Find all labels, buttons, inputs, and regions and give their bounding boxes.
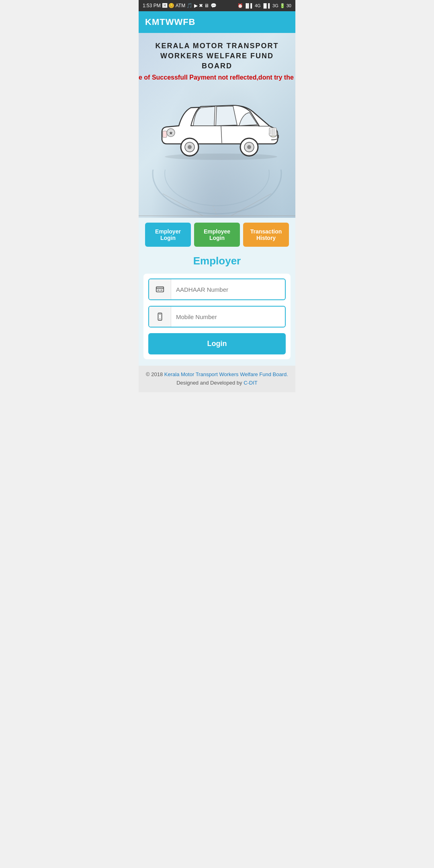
footer-cdit-link[interactable]: C-DIT bbox=[244, 380, 258, 386]
svg-rect-13 bbox=[163, 131, 167, 137]
status-left: 1:53 PM 🅼 😊 ATM 🎵 ▶ ✖ 🖥 💬 bbox=[143, 3, 217, 8]
network-type-2: 3G bbox=[272, 3, 278, 8]
form-area: Employer bbox=[139, 247, 295, 366]
mobile-input-row bbox=[148, 306, 286, 328]
form-card: Login bbox=[143, 274, 291, 359]
status-bar: 1:53 PM 🅼 😊 ATM 🎵 ▶ ✖ 🖥 💬 ⏰ ▐▌▌ 4G ▐▌▌ 3… bbox=[139, 0, 295, 11]
battery-icon: 🔋 bbox=[280, 3, 285, 8]
network-type: 4G bbox=[255, 3, 261, 8]
footer-copyright: © 2018 bbox=[146, 371, 163, 377]
transaction-history-tab[interactable]: Transaction History bbox=[243, 223, 289, 247]
mobile-icon bbox=[149, 307, 171, 327]
status-right: ⏰ ▐▌▌ 4G ▐▌▌ 3G 🔋 30 bbox=[237, 3, 291, 8]
form-title: Employer bbox=[143, 247, 291, 274]
employer-login-tab[interactable]: Employer Login bbox=[145, 223, 191, 247]
battery-level: 30 bbox=[287, 3, 291, 8]
tabs-row: Employer Login Employee Login Transactio… bbox=[139, 218, 295, 247]
svg-point-22 bbox=[165, 154, 277, 160]
footer-org-link[interactable]: Kerala Motor Transport Workers Welfare F… bbox=[164, 371, 288, 377]
svg-line-3 bbox=[163, 194, 203, 216]
login-button[interactable]: Login bbox=[148, 333, 286, 354]
mobile-input[interactable] bbox=[171, 308, 285, 326]
svg-rect-26 bbox=[160, 290, 163, 291]
aadhaar-input-row bbox=[148, 278, 286, 300]
app-bar-title: KMTWWFB bbox=[145, 17, 196, 27]
org-title: KERALA MOTOR TRANSPORT WORKERS WELFARE F… bbox=[139, 33, 295, 72]
svg-rect-23 bbox=[156, 287, 164, 292]
svg-rect-16 bbox=[269, 128, 276, 136]
footer: © 2018 Kerala Motor Transport Workers We… bbox=[139, 366, 295, 392]
svg-line-4 bbox=[231, 194, 271, 216]
org-name-line1: KERALA MOTOR TRANSPORT WORKERS WELFARE F… bbox=[147, 41, 287, 72]
app-bar: KMTWWFB bbox=[139, 11, 295, 33]
status-icons: 🅼 😊 ATM 🎵 ▶ ✖ 🖥 💬 bbox=[162, 3, 217, 8]
footer-designed-text: Designed and Developed by bbox=[176, 380, 242, 386]
employee-login-tab[interactable]: Employee Login bbox=[194, 223, 240, 247]
alarm-icon: ⏰ bbox=[237, 3, 243, 8]
hero-section: KERALA MOTOR TRANSPORT WORKERS WELFARE F… bbox=[139, 33, 295, 218]
svg-point-8 bbox=[247, 145, 251, 149]
svg-point-11 bbox=[188, 145, 192, 149]
time: 1:53 PM bbox=[143, 3, 161, 8]
marquee-banner: e of Successfull Payment not reflected,d… bbox=[139, 72, 295, 84]
aadhaar-input[interactable] bbox=[171, 280, 285, 299]
svg-point-0 bbox=[153, 170, 281, 214]
aadhaar-icon bbox=[149, 279, 171, 299]
svg-point-1 bbox=[165, 170, 269, 206]
signal-bars: ▐▌▌ bbox=[244, 3, 254, 8]
signal-bars-2: ▐▌▌ bbox=[262, 3, 271, 8]
svg-point-28 bbox=[160, 318, 160, 319]
marquee-text: e of Successfull Payment not reflected,d… bbox=[139, 74, 295, 81]
car-illustration: ★ bbox=[155, 88, 279, 168]
svg-rect-25 bbox=[158, 290, 160, 291]
road-background bbox=[139, 170, 295, 218]
svg-text:★: ★ bbox=[169, 130, 173, 136]
